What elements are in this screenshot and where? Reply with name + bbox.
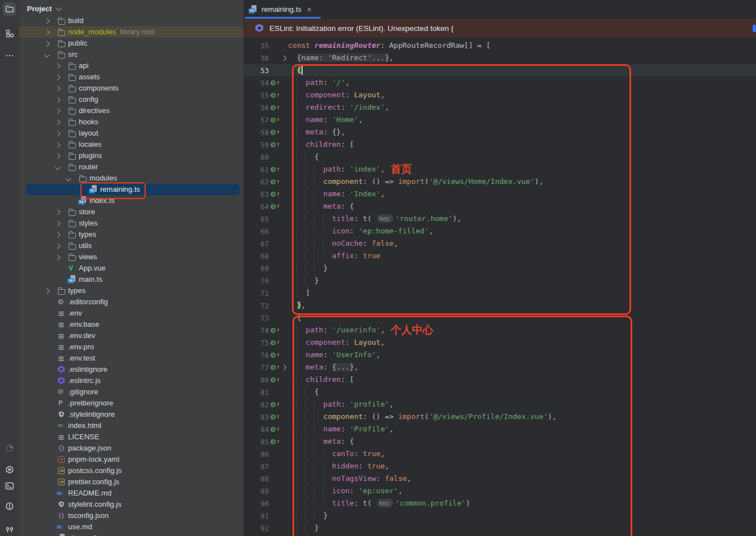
gutter-arrow-icon[interactable]: ↑ (276, 413, 280, 420)
gutter-arrow-icon[interactable]: ↑ (276, 190, 280, 197)
code-line-76[interactable]: 76↑ name: 'UserInfo', (244, 349, 756, 361)
code-line-77[interactable]: 77↑ meta: {...}, (244, 361, 756, 373)
folded-code-placeholder[interactable]: {name: 'Redirect'...} (297, 53, 389, 62)
gutter-arrow-icon[interactable]: ↑ (276, 202, 280, 210)
banner-action-clipped[interactable] (753, 25, 756, 32)
tree-item-node-modules[interactable]: node_moduleslibrary root (19, 26, 244, 38)
gutter-marker-icon[interactable] (271, 142, 276, 147)
gutter-arrow-icon[interactable]: ↑ (276, 79, 280, 86)
tree-item--env-dev[interactable]: .env.dev (19, 330, 244, 341)
gutter-arrow-icon[interactable]: ↑ (276, 116, 280, 123)
code-line-90[interactable]: 90 title: t( key:'common.profile') (244, 497, 756, 510)
gutter-marker-icon[interactable] (271, 118, 276, 123)
gutter-marker-icon[interactable] (271, 130, 276, 135)
code-line-73[interactable]: 73 { (244, 312, 756, 324)
tree-item-store[interactable]: store (19, 206, 244, 218)
code-line-58[interactable]: 58↑ meta: {}, (244, 126, 756, 138)
gutter-arrow-icon[interactable]: ↑ (276, 178, 280, 185)
tree-item-license[interactable]: LICENSE (19, 431, 244, 443)
gutter-marker-icon[interactable] (271, 93, 276, 98)
chevron-down-icon[interactable] (66, 176, 71, 182)
chevron-right-icon[interactable] (55, 109, 61, 114)
chevron-right-icon[interactable] (55, 232, 61, 238)
tree-item-package-json[interactable]: package.json (19, 443, 244, 454)
gutter-marker-icon[interactable] (271, 80, 276, 85)
chevron-right-icon[interactable] (55, 120, 61, 125)
profiler-tool-icon[interactable] (3, 442, 16, 455)
tree-item-prettier-config-js[interactable]: prettier.config.js (19, 476, 244, 488)
tree-item-types[interactable]: types (19, 229, 244, 240)
code-line-36[interactable]: 36 {name: 'Redirect'...}, (244, 52, 756, 64)
project-panel-header[interactable]: Project (19, 0, 244, 17)
tree-item-views[interactable]: views (19, 251, 244, 263)
code-line-80[interactable]: 80↑ children: [ (244, 373, 756, 386)
gutter-arrow-icon[interactable]: ↑ (276, 103, 280, 111)
code-line-74[interactable]: 74↑ path: '/userinfo',个人中心 (244, 324, 756, 336)
chevron-right-icon[interactable] (55, 142, 61, 148)
tree-item-build[interactable]: build (19, 15, 244, 26)
tree-item--env-base[interactable]: .env.base (19, 319, 244, 330)
chevron-right-icon[interactable] (55, 221, 61, 227)
code-line-66[interactable]: 66 icon: 'ep:home-filled', (244, 225, 756, 237)
tree-item-utils[interactable]: utils (19, 240, 244, 251)
code-line-85[interactable]: 85↑ meta: { (244, 435, 756, 448)
code-line-53[interactable]: 53 { (244, 64, 756, 76)
code-line-86[interactable]: 86 canTo: true, (244, 448, 756, 460)
gutter-marker-icon[interactable] (271, 415, 276, 420)
chevron-right-icon[interactable] (44, 30, 50, 35)
chevron-right-icon[interactable] (55, 210, 61, 215)
fold-chevron-icon[interactable] (281, 55, 287, 61)
chevron-right-icon[interactable] (44, 19, 50, 24)
tree-item-api[interactable]: api (19, 60, 244, 71)
tree-item-vite-config-ts[interactable]: vite.config.ts (19, 533, 244, 536)
tree-item-locales[interactable]: locales (19, 139, 244, 150)
chevron-right-icon[interactable] (55, 154, 61, 159)
tree-item-pnpm-lock-yaml[interactable]: pnpm-lock.yaml (19, 454, 244, 465)
gutter-marker-icon[interactable] (271, 402, 276, 407)
code-line-82[interactable]: 82↑ path: 'profile', (244, 398, 756, 411)
gutter-marker-icon[interactable] (271, 365, 276, 370)
tree-item-app-vue[interactable]: App.vue (19, 263, 244, 274)
tree-item-hooks[interactable]: hooks (19, 116, 244, 128)
gutter-marker-icon[interactable] (271, 179, 276, 184)
chevron-down-icon[interactable] (44, 52, 50, 58)
tree-item-config[interactable]: config (19, 94, 244, 105)
code-line-91[interactable]: 91 } (244, 510, 756, 522)
tree-item--env-pro[interactable]: .env.pro (19, 341, 244, 353)
gutter-marker-icon[interactable] (271, 353, 276, 358)
code-line-62[interactable]: 62↑ component: () => import('@/views/Hom… (244, 175, 756, 188)
gutter-marker-icon[interactable] (271, 167, 276, 172)
code-line-84[interactable]: 84↑ name: 'Profile', (244, 423, 756, 435)
gutter-arrow-icon[interactable]: ↑ (276, 326, 280, 334)
chevron-right-icon[interactable] (55, 255, 61, 260)
tree-item-public[interactable]: public (19, 38, 244, 49)
chevron-right-icon[interactable] (55, 97, 61, 103)
gutter-arrow-icon[interactable]: ↑ (276, 141, 280, 148)
code-line-57[interactable]: 57↑ name: 'Home', (244, 114, 756, 126)
gutter-arrow-icon[interactable]: ↑ (276, 339, 280, 346)
more-tools-icon[interactable] (3, 49, 16, 62)
tree-item--prettierignore[interactable]: .prettierignore (19, 398, 244, 409)
tree-item--editorconfig[interactable]: .editorconfig (19, 296, 244, 308)
gutter-marker-icon[interactable] (271, 328, 276, 333)
code-line-65[interactable]: 65 title: t( key:'router.home'), (244, 213, 756, 225)
tree-item-use-md[interactable]: use.md (19, 521, 244, 533)
gutter-arrow-icon[interactable]: ↑ (276, 91, 280, 98)
code-line-88[interactable]: 88 noTagsView: false, (244, 472, 756, 485)
version-control-tool-icon[interactable] (3, 522, 16, 535)
chevron-right-icon[interactable] (55, 86, 61, 92)
code-line-83[interactable]: 83↑ component: () => import('@/views/Pro… (244, 411, 756, 423)
tree-item-tsconfig-json[interactable]: tsconfig.json (19, 510, 244, 521)
gutter-marker-icon[interactable] (271, 192, 276, 197)
tab-remaining-ts[interactable]: remaining.ts × (244, 0, 318, 19)
code-line-59[interactable]: 59↑ children: [ (244, 138, 756, 151)
tree-item--env[interactable]: .env (19, 308, 244, 319)
tree-item--stylelintignore[interactable]: .stylelintignore (19, 409, 244, 420)
gutter-marker-icon[interactable] (271, 204, 276, 209)
tree-item-src[interactable]: src (19, 49, 244, 60)
tree-item-index-ts[interactable]: index.ts (19, 195, 244, 206)
chevron-down-icon[interactable] (55, 165, 61, 170)
tree-item-postcss-config-js[interactable]: postcss.config.js (19, 465, 244, 476)
tree-item-layout[interactable]: layout (19, 128, 244, 139)
project-tool-icon[interactable] (3, 2, 16, 16)
